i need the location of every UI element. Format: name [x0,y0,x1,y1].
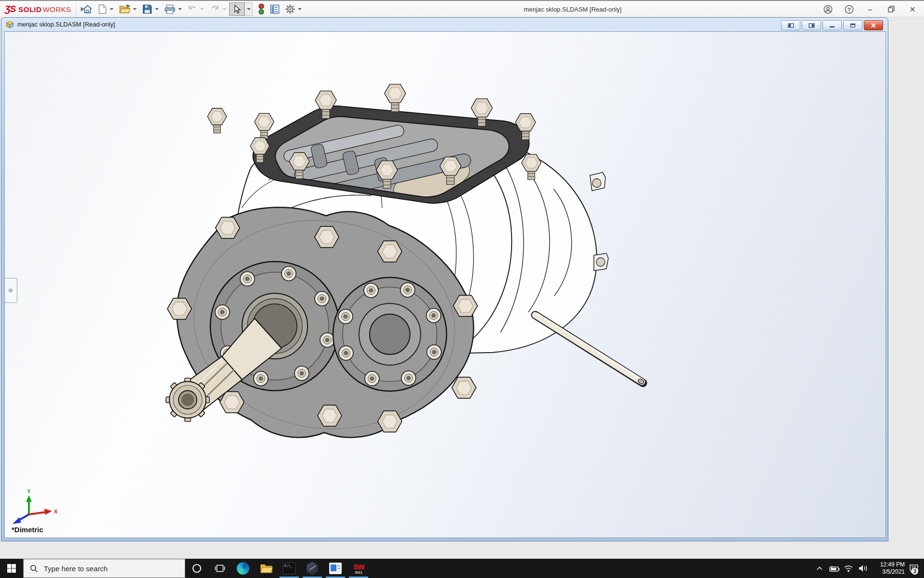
feature-manager-collapsed-tab[interactable] [5,278,17,303]
redo-icon [209,4,220,14]
output-cover-flange [333,277,447,391]
triad-x-axis: X [29,509,58,515]
help-icon: ? [845,5,854,14]
help-button[interactable]: ? [844,4,854,14]
save-button[interactable] [140,2,155,16]
select-tool-dropdown[interactable] [244,2,253,16]
taskbar-clock[interactable]: 12:49 PM 3/5/2021 [870,559,907,578]
doc-minimize-button[interactable] [822,20,842,30]
open-dropdown[interactable] [133,8,137,10]
user-icon [823,5,833,14]
windows-taskbar: C:\_ SW 2021 [0,559,924,578]
splitter-grip-icon [9,289,13,292]
svg-text:?: ? [847,6,851,12]
document-titlebar[interactable]: menjac sklop.SLDASM [Read-only] [1,18,888,31]
account-button[interactable] [823,4,833,14]
document-window: menjac sklop.SLDASM [Read-only] [1,17,888,541]
print-button[interactable] [162,2,178,16]
assembly-document-icon [6,21,14,28]
doc-close-button[interactable] [864,20,883,30]
network-status[interactable] [841,559,856,578]
solidworks-2021-icon: SW 2021 [353,563,364,574]
print-dropdown[interactable] [178,8,182,10]
gearbox-assembly-model[interactable] [5,32,886,538]
minimize-icon [829,23,835,28]
volume-status[interactable] [856,559,870,578]
start-button[interactable] [0,559,23,578]
tray-overflow-button[interactable] [812,559,827,578]
close-button[interactable]: × [908,4,917,14]
file-properties-button[interactable] [267,2,282,16]
ds-logo-icon: ƷS [5,4,15,14]
cortana-button[interactable] [185,559,208,578]
undo-icon [187,4,198,14]
taskbar-app-hexagon[interactable] [301,559,324,578]
command-prompt-icon: C:\_ [283,563,295,574]
options-dropdown[interactable] [298,8,302,10]
windows-logo-icon [7,564,16,573]
desktop: { "colors": { "brand_red": "#d6001c", "c… [0,0,924,578]
undo-button[interactable] [185,2,200,16]
doc-restore-button[interactable] [843,20,862,30]
action-center-button[interactable]: 3 [907,559,921,578]
save-icon [142,4,153,14]
new-document-button[interactable] [95,2,110,16]
home-button[interactable] [80,2,95,16]
display-pane-left-button[interactable] [781,20,800,30]
triad-y-axis: Y [26,488,32,514]
file-properties-icon [270,4,280,14]
minimize-button[interactable]: – [865,4,875,14]
toolbar-separator [76,3,76,16]
taskbar-app-command-prompt[interactable]: C:\_ [278,559,301,578]
select-tool-button[interactable] [229,2,244,16]
redo-dropdown[interactable] [222,8,226,10]
undo-dropdown[interactable] [200,8,204,10]
redo-button[interactable] [207,2,222,16]
taskbar-app-edge[interactable] [231,559,255,578]
options-button[interactable] [282,2,298,16]
clock-time: 12:49 PM [880,561,905,568]
save-dropdown[interactable] [155,8,159,10]
battery-charging-icon [828,565,840,572]
orientation-triad[interactable]: Y X [7,487,64,545]
svg-text:X: X [54,509,58,514]
quick-access-toolbar [80,1,305,17]
taskbar-search[interactable] [23,559,185,578]
open-folder-icon [119,4,130,14]
view-orientation-label: *Dimetric [12,525,43,534]
restore-icon [850,23,856,28]
new-document-dropdown[interactable] [110,8,114,10]
solidworks-logo: ƷS SOLID WORKS [5,1,84,17]
cortana-icon [192,563,202,574]
taskbar-app-file-explorer[interactable] [255,559,278,578]
search-input[interactable] [43,564,170,573]
document-window-buttons [781,20,883,30]
shift-rod [535,314,645,385]
splined-shaft-end [166,378,209,421]
wifi-icon [843,565,854,572]
app-titlebar: ƷS SOLID WORKS [0,0,924,17]
task-view-button[interactable] [208,559,231,578]
taskbar-app-solidworks[interactable]: SW 2021 [347,559,370,578]
select-cursor-icon [232,4,241,14]
document-title: menjac sklop.SLDASM [Read-only] [17,21,115,28]
rebuild-button[interactable] [256,2,267,16]
pane-right-icon [808,23,815,28]
svg-text:Y: Y [27,488,31,494]
show-desktop-button[interactable] [921,559,924,578]
close-x-icon [871,23,876,28]
battery-status[interactable] [827,559,841,578]
media-app-icon [329,563,342,574]
app-title: menjac sklop.SLDASM [Read-only] [486,1,659,17]
speaker-icon [858,564,868,573]
open-button[interactable] [116,2,133,16]
chevron-up-icon [816,565,823,572]
window-controls: ? – × [823,1,917,17]
taskbar-app-media[interactable] [324,559,347,578]
task-view-icon [215,563,225,574]
graphics-viewport[interactable]: Y X *Dimetric [4,31,886,538]
search-icon [30,565,38,573]
display-pane-right-button[interactable] [802,20,821,30]
restore-button[interactable] [886,4,896,14]
options-gear-icon [285,4,295,14]
